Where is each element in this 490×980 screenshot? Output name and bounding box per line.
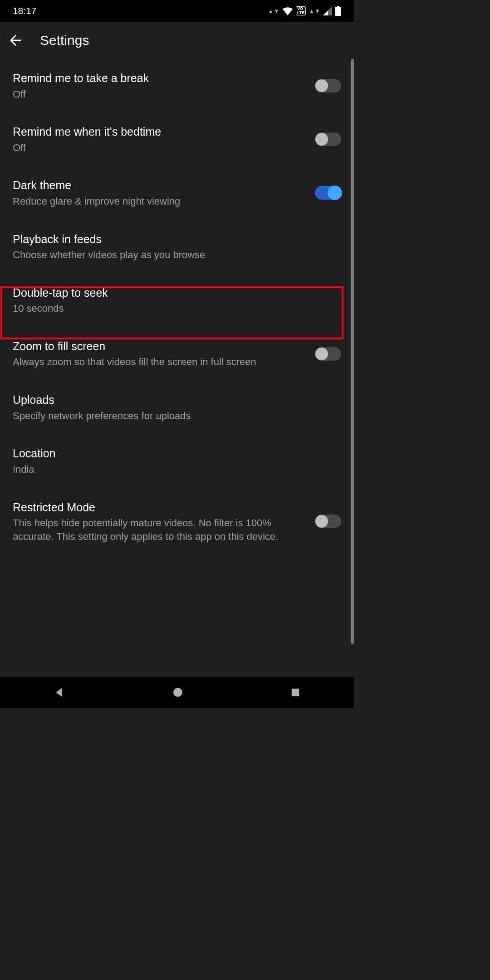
scrollbar[interactable] [351, 59, 354, 644]
toggle-dark-theme[interactable] [315, 186, 341, 200]
navigation-bar [0, 677, 354, 708]
data-updown-icon: ▲▼ [268, 8, 279, 15]
toggle-remind-bedtime[interactable] [315, 132, 341, 146]
setting-title: Remind me to take a break [13, 71, 308, 86]
setting-sub: Reduce glare & improve night viewing [13, 195, 308, 208]
setting-sub: Off [13, 141, 308, 155]
status-time: 18:17 [13, 5, 37, 16]
status-icons: ▲▼ VOLTE ▲▼ [268, 6, 341, 16]
setting-double-tap-seek[interactable]: Double-tap to seek 10 seconds [0, 274, 354, 327]
toggle-zoom-fill[interactable] [315, 347, 341, 361]
svg-rect-3 [292, 689, 299, 696]
setting-sub: Always zoom so that videos fill the scre… [13, 355, 308, 369]
toggle-restricted-mode[interactable] [315, 514, 341, 528]
nav-home-button[interactable] [172, 687, 183, 698]
volte-icon: VOLTE [296, 6, 306, 15]
setting-title: Dark theme [13, 178, 308, 193]
battery-icon [335, 6, 341, 16]
settings-list: Remind me to take a break Off Remind me … [0, 59, 354, 555]
nav-back-button[interactable] [54, 686, 65, 698]
toggle-remind-break[interactable] [315, 79, 341, 93]
page-title: Settings [40, 33, 89, 48]
setting-title: Uploads [13, 392, 341, 407]
setting-remind-bedtime[interactable]: Remind me when it's bedtime Off [0, 113, 354, 166]
setting-sub: Off [13, 88, 308, 101]
setting-uploads[interactable]: Uploads Specify network preferences for … [0, 381, 354, 434]
setting-zoom-fill[interactable]: Zoom to fill screen Always zoom so that … [0, 327, 354, 381]
app-bar: Settings [0, 22, 354, 59]
setting-remind-break[interactable]: Remind me to take a break Off [0, 59, 354, 113]
setting-restricted-mode[interactable]: Restricted Mode This helps hide potentia… [0, 488, 354, 555]
setting-dark-theme[interactable]: Dark theme Reduce glare & improve night … [0, 166, 354, 220]
setting-sub: Specify network preferences for uploads [13, 409, 341, 423]
setting-location[interactable]: Location India [0, 434, 354, 488]
setting-title: Restricted Mode [13, 500, 308, 515]
back-icon[interactable] [8, 33, 24, 48]
setting-sub: Choose whether videos play as you browse [13, 248, 341, 262]
setting-title: Playback in feeds [13, 232, 341, 247]
setting-title: Remind me when it's bedtime [13, 124, 308, 139]
setting-sub: This helps hide potentially mature video… [13, 516, 308, 543]
setting-playback-feeds[interactable]: Playback in feeds Choose whether videos … [0, 220, 354, 274]
setting-title: Zoom to fill screen [13, 339, 308, 354]
data-updown-icon-2: ▲▼ [309, 8, 320, 15]
setting-sub: India [13, 463, 341, 476]
wifi-icon [282, 6, 293, 15]
status-bar: 18:17 ▲▼ VOLTE ▲▼ [0, 0, 354, 22]
nav-recent-button[interactable] [290, 687, 300, 697]
svg-rect-1 [337, 6, 339, 7]
signal-icon [323, 6, 332, 15]
setting-title: Location [13, 446, 341, 461]
setting-sub: 10 seconds [13, 302, 341, 315]
svg-rect-0 [335, 7, 341, 16]
setting-title: Double-tap to seek [13, 285, 341, 300]
svg-point-2 [173, 688, 182, 697]
